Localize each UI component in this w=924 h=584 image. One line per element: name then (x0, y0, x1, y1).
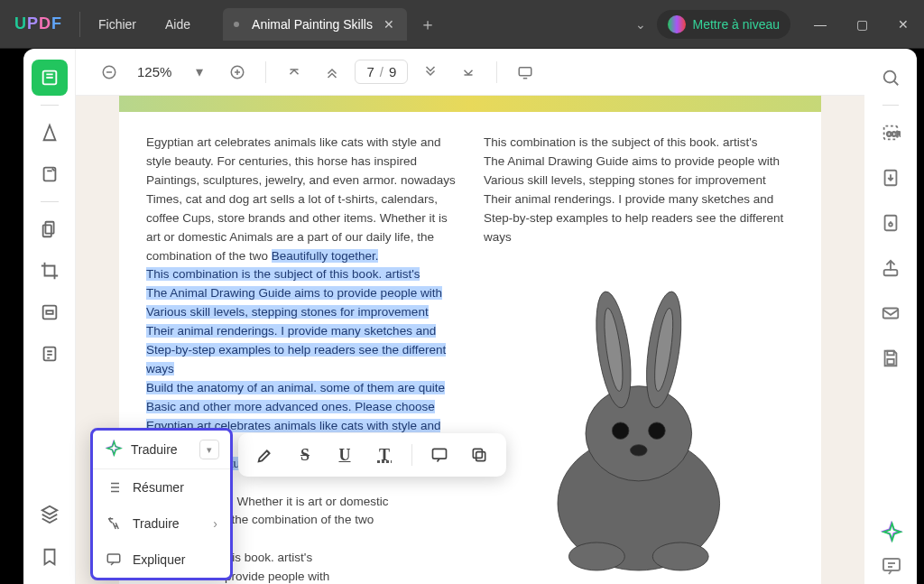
annotate-tool-button[interactable] (32, 156, 68, 192)
svg-rect-9 (519, 67, 531, 75)
chevron-right-icon: › (213, 516, 217, 531)
right-toolbar: OCR (864, 49, 917, 584)
page-separator: / (380, 64, 383, 79)
underline-button[interactable]: U (327, 438, 363, 472)
last-page-button[interactable] (453, 57, 484, 88)
list-icon (106, 479, 122, 496)
svg-point-26 (889, 223, 892, 227)
zoom-out-button[interactable] (94, 57, 125, 88)
svg-rect-2 (45, 222, 53, 234)
selected-text: Their animal renderings. I provide many … (146, 324, 436, 338)
left-toolbar (23, 49, 76, 584)
strikethrough-button[interactable]: S (287, 438, 323, 472)
selected-text: Build the anatomy of an animal. some of … (146, 381, 445, 394)
selection-toolbar: S U T (238, 433, 506, 477)
divider (41, 105, 59, 106)
svg-rect-28 (883, 309, 899, 319)
comments-panel-icon[interactable] (881, 555, 902, 577)
redact-tool-button[interactable] (32, 294, 68, 330)
ai-sparkle-icon (104, 440, 124, 459)
svg-point-20 (652, 542, 708, 570)
zoom-in-button[interactable] (222, 57, 253, 88)
ai-item-label: Résumer (133, 480, 184, 495)
svg-text:OCR: OCR (886, 130, 901, 138)
comment-button[interactable] (421, 438, 457, 472)
prev-page-button[interactable] (317, 57, 347, 88)
body-text: This combination is the subject of this … (484, 135, 757, 149)
divider (496, 61, 497, 83)
upgrade-button[interactable]: Mettre à niveau (657, 10, 791, 39)
page-image-banner (119, 96, 821, 112)
svg-rect-29 (887, 351, 893, 356)
ai-fab-icon[interactable] (879, 521, 904, 546)
protect-button[interactable] (873, 205, 909, 241)
pages-tool-button[interactable] (32, 211, 68, 247)
divider (882, 105, 899, 106)
selected-text: This combination is the subject of this … (146, 267, 420, 281)
svg-point-16 (613, 422, 630, 440)
zoom-value: 125% (132, 64, 177, 79)
svg-point-19 (569, 542, 625, 570)
svg-point-17 (649, 422, 666, 440)
window-maximize-button[interactable]: ▢ (841, 6, 882, 42)
svg-rect-5 (46, 311, 52, 314)
ai-translate-item[interactable]: Traduire › (93, 505, 230, 542)
svg-rect-34 (473, 449, 482, 458)
ocr-button[interactable]: OCR (873, 115, 909, 151)
tab-title: Animal Painting Skills (252, 17, 373, 32)
zoom-dropdown-icon[interactable]: ▾ (184, 57, 215, 88)
rabbit-illustration (484, 264, 794, 584)
svg-rect-30 (887, 359, 893, 365)
page-indicator[interactable]: 7 / 9 (355, 60, 408, 84)
svg-rect-32 (433, 449, 447, 459)
selected-text: Beautifully together. (272, 249, 379, 263)
first-page-button[interactable] (279, 57, 310, 88)
selected-text: Basic and other more advanced ones. Plea… (146, 400, 435, 413)
next-page-button[interactable] (415, 57, 446, 88)
app-logo: UPDF (0, 14, 76, 33)
window-minimize-button[interactable]: — (799, 6, 841, 42)
selected-text: Step-by-step examples to help readers se… (146, 343, 446, 375)
squiggly-button[interactable]: T (366, 438, 402, 472)
layers-button[interactable] (32, 496, 68, 532)
svg-rect-27 (884, 270, 898, 275)
svg-rect-31 (107, 554, 120, 562)
body-text: Step-by-step examples to help readers se… (484, 211, 783, 244)
crop-tool-button[interactable] (32, 253, 68, 289)
email-button[interactable] (873, 295, 909, 331)
form-tool-button[interactable] (32, 336, 68, 372)
ai-popup-header[interactable]: Traduire ▾ (93, 431, 230, 469)
menu-file[interactable]: Fichier (84, 17, 151, 32)
search-button[interactable] (873, 60, 909, 96)
bookmark-button[interactable] (32, 539, 68, 575)
presentation-button[interactable] (510, 57, 541, 88)
ai-popup-title: Traduire (131, 442, 192, 457)
upgrade-label: Mettre à niveau (693, 17, 781, 32)
convert-button[interactable] (873, 160, 909, 196)
document-tab[interactable]: Animal Painting Skills ✕ (223, 8, 407, 41)
edit-tool-button[interactable] (32, 115, 68, 151)
copy-button[interactable] (461, 438, 497, 472)
divider (79, 12, 80, 37)
current-page: 7 (366, 64, 374, 79)
ai-summarize-item[interactable]: Résumer (93, 469, 230, 505)
chat-icon (106, 552, 122, 568)
share-button[interactable] (873, 250, 909, 286)
body-text: Various skill levels, stepping stones fo… (484, 173, 766, 187)
menu-help[interactable]: Aide (151, 17, 205, 32)
ai-explain-item[interactable]: Expliquer (93, 542, 230, 578)
selected-text: The Animal Drawing Guide aims to provide… (146, 286, 442, 300)
page-toolbar: 125% ▾ 7 / 9 (76, 49, 864, 96)
right-column: This combination is the subject of this … (484, 134, 794, 584)
highlight-button[interactable] (247, 438, 283, 472)
ai-dropdown-icon[interactable]: ▾ (199, 440, 219, 459)
window-close-button[interactable]: ✕ (882, 6, 924, 42)
tabs-dropdown-icon[interactable]: ⌄ (624, 17, 657, 32)
reader-mode-button[interactable] (32, 60, 68, 96)
body-text: Egyptian art celebrates animals like cat… (146, 135, 456, 263)
new-tab-button[interactable]: ＋ (407, 14, 448, 35)
ai-assistant-popup: Traduire ▾ Résumer Traduire › Expliquer (90, 428, 233, 580)
save-button[interactable] (873, 340, 909, 376)
close-tab-icon[interactable]: ✕ (382, 17, 396, 32)
titlebar: UPDF Fichier Aide Animal Painting Skills… (0, 0, 924, 49)
